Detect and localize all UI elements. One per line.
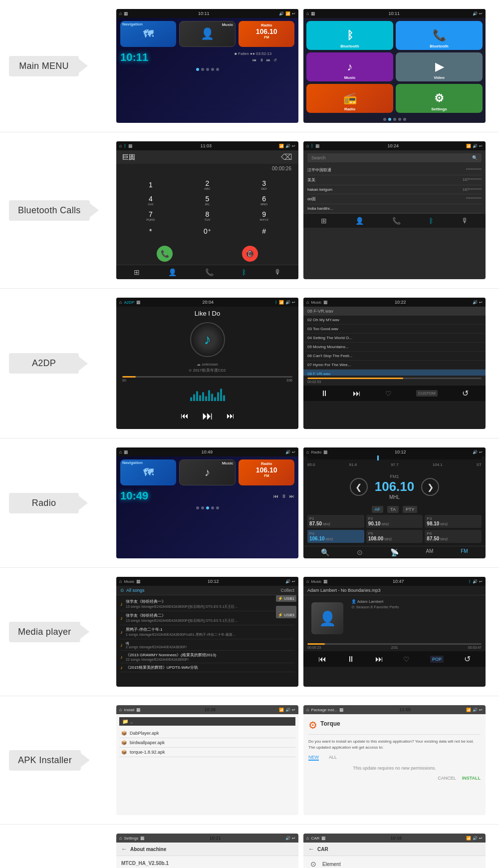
- key-0[interactable]: 0⁺: [198, 224, 216, 238]
- mpc-repeat[interactable]: ↺: [462, 389, 469, 398]
- freq-back-btn[interactable]: ❮: [350, 478, 368, 496]
- mpc-custom-btn[interactable]: CUSTOM: [416, 390, 438, 397]
- preset-6[interactable]: P6 87.50 MHZ: [425, 530, 482, 543]
- key-8[interactable]: 8TUV: [198, 209, 216, 223]
- key-5[interactable]: 5JKL: [198, 193, 216, 207]
- key-star[interactable]: *: [142, 224, 160, 238]
- flag-pty[interactable]: PTY: [403, 506, 418, 513]
- playlist-item-5[interactable]: 06 Can't Stop The Feeli...: [303, 352, 486, 361]
- nav-grid-bt2[interactable]: ⊞: [321, 217, 327, 225]
- tile-navigation[interactable]: Navigation 🗺: [120, 21, 176, 47]
- media2-repeat[interactable]: ↺: [464, 654, 471, 664]
- media2-pause[interactable]: ⏸: [347, 655, 355, 664]
- apk-file-2[interactable]: 📦 birdwallpaper.apk: [119, 738, 295, 748]
- play-icon-mm1[interactable]: ⏸: [259, 58, 263, 62]
- file-item-6[interactable]: ♪ 《2015格莱美的辉煌》UPDTS-WAV分轨: [120, 663, 294, 672]
- r1-prev[interactable]: ⏮: [273, 493, 278, 499]
- playlist-item-2[interactable]: 03 Too Good.wav: [303, 325, 486, 334]
- pkg-tab-new[interactable]: NEW: [308, 755, 319, 761]
- nav-mic-icon[interactable]: 🎙: [274, 268, 281, 276]
- tile-radio[interactable]: Radio 106.10 FM: [239, 21, 294, 47]
- contact-item-2[interactable]: 美美 187********: [307, 175, 482, 185]
- playlist-item-3[interactable]: 04 Setting The World O...: [303, 334, 486, 343]
- apk-file-1[interactable]: 📦 DabPlayer.apk: [119, 729, 295, 738]
- next-icon-mm1[interactable]: ⏭: [266, 58, 270, 62]
- collect-btn[interactable]: Collect: [280, 588, 294, 593]
- flag-af[interactable]: AF: [372, 506, 384, 513]
- preset-4[interactable]: P4 106.10 MHZ: [307, 530, 364, 543]
- media2-prev[interactable]: ⏮: [318, 655, 326, 664]
- playlist-item-6[interactable]: 07 Hymn For The Wee...: [303, 361, 486, 370]
- radio-eq-icon[interactable]: ⊙: [357, 548, 363, 556]
- nav-contact-bt2[interactable]: 👤: [355, 217, 364, 225]
- radio-search-icon[interactable]: 🔍: [321, 548, 329, 556]
- r1-tile-music[interactable]: Music ♪: [179, 459, 236, 485]
- tile-music2[interactable]: ♪ Music: [306, 52, 393, 81]
- preset-2[interactable]: P2 90.10 MHZ: [366, 515, 423, 528]
- tile-bluetooth2[interactable]: 📞 Bluetooth: [396, 21, 483, 50]
- key-4[interactable]: 4GHI: [142, 193, 160, 207]
- key-7[interactable]: 7PQRS: [142, 209, 160, 223]
- tile-bluetooth[interactable]: ᛒ Bluetooth: [306, 21, 393, 50]
- search-bar-bt[interactable]: Search 🔍: [307, 153, 482, 162]
- key-9[interactable]: 9WXYZ: [255, 209, 273, 223]
- file-item-1[interactable]: ♪ 张学友《聆听经典一》 13 songs /storage/E242A40E4…: [120, 597, 294, 611]
- a2dp-next-btn[interactable]: ⏭: [227, 412, 235, 421]
- contact-item-1[interactable]: 汪平中国联通 **********: [307, 165, 482, 175]
- a2dp-prev-btn[interactable]: ⏮: [181, 412, 189, 421]
- key-2[interactable]: 2ABC: [198, 178, 216, 192]
- pkg-cancel-btn[interactable]: CANCEL: [438, 776, 456, 781]
- nav-bt-icon[interactable]: ᛒ: [242, 268, 246, 276]
- playlist-item-4[interactable]: 05 Moving Mountains...: [303, 343, 486, 352]
- key-3[interactable]: 3DEF: [255, 178, 273, 192]
- nav-call-icon[interactable]: 📞: [205, 268, 214, 276]
- key-6[interactable]: 6MNO: [255, 193, 273, 207]
- contact-item-5[interactable]: India hardthr...: [307, 204, 482, 213]
- prev-icon-mm1[interactable]: ⏮: [252, 58, 256, 62]
- file-item-5[interactable]: ♪ 《2013 GRAMMY Nominees》(格莱美的辉煌2013) 22 …: [120, 651, 294, 663]
- key-1[interactable]: 1: [142, 178, 160, 192]
- a2dp-play-btn[interactable]: ⏭: [199, 407, 217, 425]
- pkg-tab-all[interactable]: ALL: [329, 755, 337, 761]
- mpc-heart-icon[interactable]: ♡: [385, 390, 392, 398]
- playlist-item-7[interactable]: 08 F-VR.wav: [303, 370, 486, 376]
- call-accept-btn[interactable]: 📞: [157, 246, 173, 262]
- nav-call-bt2[interactable]: 📞: [392, 217, 401, 225]
- tile-music[interactable]: Music 👤: [179, 21, 236, 47]
- nav-grid-icon[interactable]: ⊞: [134, 268, 140, 276]
- media2-next[interactable]: ⏭: [375, 655, 383, 664]
- radio-ant-icon[interactable]: 📡: [390, 548, 399, 556]
- key-hash[interactable]: #: [255, 224, 273, 238]
- flag-ta[interactable]: TA: [387, 506, 399, 513]
- apk-file-3[interactable]: 📦 torque-1.8.92.apk: [119, 748, 295, 757]
- preset-3[interactable]: P3 98.10 MHZ: [425, 515, 482, 528]
- nav-contact-icon[interactable]: 👤: [168, 268, 177, 276]
- media2-heart[interactable]: ♡: [403, 655, 410, 663]
- preset-1[interactable]: P1 87.50 MHZ: [307, 515, 364, 528]
- freq-fwd-btn[interactable]: ❯: [421, 478, 439, 496]
- car-item-element[interactable]: ⊙ Element: [303, 856, 486, 868]
- contact-item-4[interactable]: dd面 **********: [307, 194, 482, 204]
- radio-fm-label[interactable]: FM: [461, 548, 468, 556]
- nav-bt-bt2[interactable]: ᛒ: [429, 217, 433, 225]
- playlist-item-1[interactable]: 02 Oh My MY.wav: [303, 316, 486, 325]
- r1-tile-radio[interactable]: Radio 106.10 FM: [239, 459, 294, 485]
- file-item-3[interactable]: ♪ 黑鸭子-伴你二十年-1 1 songs /storage/E242A40E4…: [120, 625, 294, 639]
- bt-backspace-icon[interactable]: ⌫: [281, 152, 292, 162]
- mpc-pause[interactable]: ⏸: [320, 389, 328, 398]
- radio-am-label[interactable]: AM: [426, 548, 433, 556]
- back-arrow-car[interactable]: ←: [308, 846, 314, 853]
- tile-radio2[interactable]: 📻 Radio: [306, 84, 393, 113]
- call-end-btn[interactable]: 📵: [242, 246, 258, 262]
- tile-video[interactable]: ▶ Video: [396, 52, 483, 81]
- preset-5[interactable]: P5 108.00 MHZ: [366, 530, 423, 543]
- r1-next[interactable]: ⏭: [289, 493, 294, 499]
- file-item-2[interactable]: ♪ 张学友《聆听经典二》 13 songs /storage/E242A40E4…: [120, 611, 294, 625]
- mpc-next[interactable]: ⏭: [353, 389, 361, 398]
- r1-play[interactable]: ⏸: [281, 493, 286, 499]
- back-arrow-sys1[interactable]: ←: [121, 846, 127, 853]
- pkg-install-btn[interactable]: INSTALL: [462, 776, 481, 781]
- r1-tile-nav[interactable]: Navigation 🗺: [120, 459, 176, 485]
- all-songs-label[interactable]: ⊙ All songs: [120, 588, 145, 593]
- contact-item-3[interactable]: hakan belgum 187********: [307, 185, 482, 194]
